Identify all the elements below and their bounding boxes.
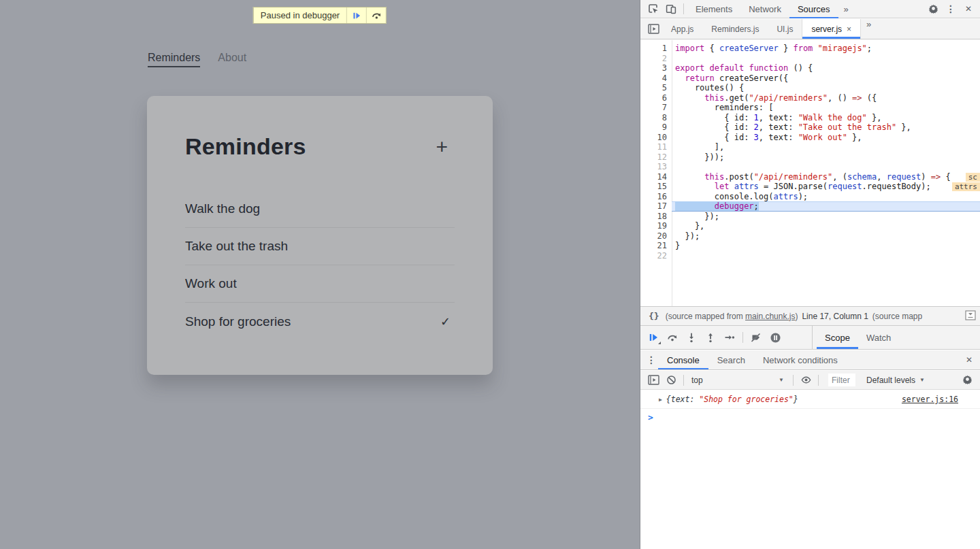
tab-console[interactable]: Console xyxy=(658,350,708,369)
more-file-tabs-button[interactable]: » xyxy=(861,19,877,39)
close-drawer-button[interactable]: ✕ xyxy=(958,350,980,369)
console-prompt[interactable]: > xyxy=(640,410,980,425)
code-text[interactable]: this.get("/api/reminders", () => ({ xyxy=(672,93,980,103)
drawer-menu-button[interactable]: ⋮ xyxy=(644,350,658,369)
line-number[interactable]: 12 xyxy=(640,152,672,163)
deactivate-breakpoints-button[interactable] xyxy=(747,329,766,346)
code-text[interactable]: } xyxy=(672,241,980,251)
line-number[interactable]: 18 xyxy=(640,212,672,222)
line-number[interactable]: 1 xyxy=(640,44,672,54)
code-text[interactable]: { id: 1, text: "Walk the dog" }, xyxy=(672,113,980,123)
log-source-link[interactable]: server.js:16 xyxy=(902,395,958,404)
line-number[interactable]: 3 xyxy=(640,63,672,73)
customize-devtools-button[interactable]: ⋮ xyxy=(942,0,960,18)
line-number[interactable]: 9 xyxy=(640,122,672,133)
source-map-note: (source mapped from main.chunk.js) xyxy=(666,312,798,321)
resume-button[interactable] xyxy=(644,329,663,346)
close-devtools-button[interactable]: ✕ xyxy=(960,0,977,18)
code-text[interactable]: }); xyxy=(672,212,980,222)
step-over-button[interactable] xyxy=(663,329,682,346)
step-out-button[interactable] xyxy=(701,329,720,346)
reminder-item[interactable]: Take out the trash xyxy=(185,228,455,265)
line-number[interactable]: 8 xyxy=(640,113,672,123)
line-number[interactable]: 2 xyxy=(640,54,672,64)
code-text[interactable]: debugger; xyxy=(672,201,980,212)
console-settings-button[interactable] xyxy=(958,371,976,389)
file-tab-app-js[interactable]: App.js xyxy=(662,19,702,39)
console-filter-input[interactable] xyxy=(828,373,855,386)
file-tab-ui-js[interactable]: UI.js xyxy=(768,19,802,39)
add-reminder-button[interactable]: + xyxy=(436,137,448,156)
console-context-selector[interactable]: top ▼ xyxy=(687,376,789,385)
console-log-entry[interactable]: ▶ {text: "Shop for groceries"} server.js… xyxy=(640,390,980,409)
tab-elements[interactable]: Elements xyxy=(687,0,740,18)
toggle-navigator-button[interactable] xyxy=(644,20,662,38)
code-text[interactable]: routes() { xyxy=(672,83,980,93)
line-number[interactable]: 13 xyxy=(640,162,672,172)
error-pane-button[interactable] xyxy=(965,310,976,322)
more-tabs-button[interactable]: » xyxy=(838,4,854,14)
line-number[interactable]: 14 xyxy=(640,172,672,182)
line-number[interactable]: 5 xyxy=(640,83,672,93)
line-number[interactable]: 6 xyxy=(640,93,672,103)
line-number[interactable]: 15 xyxy=(640,182,672,192)
source-map-link[interactable]: main.chunk.js xyxy=(745,312,795,321)
step-over-banner-button[interactable] xyxy=(366,7,386,23)
code-text[interactable] xyxy=(672,162,980,172)
line-number[interactable]: 10 xyxy=(640,133,672,143)
reminder-item[interactable]: Walk the dog xyxy=(185,190,455,228)
step-button[interactable] xyxy=(720,329,739,346)
line-number[interactable]: 19 xyxy=(640,221,672,231)
line-number[interactable]: 11 xyxy=(640,142,672,152)
code-text[interactable]: ], xyxy=(672,142,980,152)
source-editor[interactable]: 1import { createServer } from "miragejs"… xyxy=(640,40,980,306)
code-text[interactable] xyxy=(672,251,980,261)
code-text[interactable]: console.log(attrs); xyxy=(672,192,980,202)
tab-sources[interactable]: Sources xyxy=(789,0,838,18)
code-text[interactable]: this.post("/api/reminders", (schema, req… xyxy=(672,172,980,182)
pretty-print-button[interactable]: {} xyxy=(649,311,659,321)
log-levels-dropdown[interactable]: Default levels ▼ xyxy=(866,376,925,385)
clear-console-button[interactable] xyxy=(662,371,680,389)
line-number[interactable]: 16 xyxy=(640,192,672,202)
step-into-button[interactable] xyxy=(682,329,701,346)
line-number[interactable]: 20 xyxy=(640,231,672,242)
nav-link-about[interactable]: About xyxy=(218,52,246,67)
expand-object-icon[interactable]: ▶ xyxy=(659,397,662,403)
code-text[interactable]: }, xyxy=(672,221,980,231)
code-text[interactable]: { id: 2, text: "Take out the trash" }, xyxy=(672,122,980,133)
nav-link-reminders[interactable]: Reminders xyxy=(148,52,200,67)
file-tab-server-js[interactable]: server.js × xyxy=(802,19,861,39)
settings-button[interactable] xyxy=(924,0,942,18)
tab-search[interactable]: Search xyxy=(708,350,754,369)
code-text[interactable]: { id: 3, text: "Work out" }, xyxy=(672,133,980,143)
line-number[interactable]: 21 xyxy=(640,241,672,251)
tab-scope[interactable]: Scope xyxy=(817,326,858,349)
code-text[interactable]: return createServer({ xyxy=(672,73,980,84)
line-number[interactable]: 22 xyxy=(640,251,672,261)
toggle-console-sidebar-button[interactable] xyxy=(644,371,662,389)
inspect-element-button[interactable] xyxy=(644,0,662,18)
code-text[interactable]: })); xyxy=(672,152,980,163)
code-text[interactable]: import { createServer } from "miragejs"; xyxy=(672,44,980,54)
reminder-item[interactable]: Work out xyxy=(185,265,455,303)
toggle-device-toolbar-button[interactable] xyxy=(662,0,680,18)
code-text[interactable]: let attrs = JSON.parse(request.requestBo… xyxy=(672,182,980,192)
code-text[interactable]: export default function () { xyxy=(672,63,980,73)
close-file-tab-icon[interactable]: × xyxy=(847,24,851,34)
file-tab-reminders-js[interactable]: Reminders.js xyxy=(702,19,768,39)
line-number[interactable]: 4 xyxy=(640,73,672,84)
tab-watch[interactable]: Watch xyxy=(858,326,899,349)
close-icon: ✕ xyxy=(966,355,973,365)
pause-on-exceptions-button[interactable] xyxy=(766,329,785,346)
code-text[interactable]: }); xyxy=(672,231,980,242)
create-live-expression-button[interactable] xyxy=(797,371,815,389)
tab-network[interactable]: Network xyxy=(740,0,789,18)
tab-network-conditions[interactable]: Network conditions xyxy=(754,350,847,369)
code-text[interactable]: reminders: [ xyxy=(672,103,980,113)
reminder-item[interactable]: Shop for groceries ✓ xyxy=(185,303,455,340)
line-number[interactable]: 17 xyxy=(640,201,672,212)
resume-script-button[interactable] xyxy=(346,7,366,23)
line-number[interactable]: 7 xyxy=(640,103,672,113)
code-text[interactable] xyxy=(672,54,980,64)
